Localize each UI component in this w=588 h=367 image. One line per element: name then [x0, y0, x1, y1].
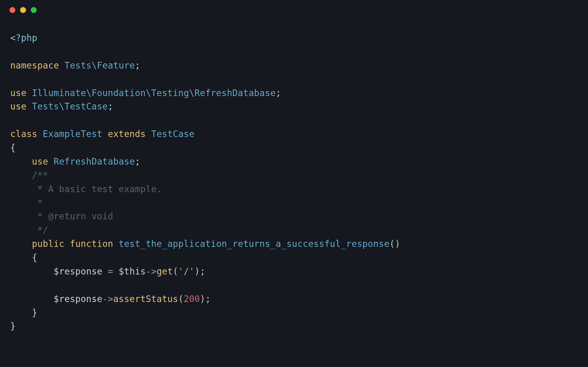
paren-close: ): [194, 266, 200, 276]
code-editor[interactable]: <?php namespace Tests\Feature; use Illum…: [0, 17, 588, 333]
method-get: get: [156, 266, 173, 276]
use-import-1: Illuminate\Foundation\Testing\RefreshDat…: [32, 88, 276, 98]
keyword-use: use: [10, 101, 26, 111]
class-name: ExampleTest: [43, 129, 102, 139]
string-root-path: '/': [178, 266, 194, 276]
keyword-class: class: [10, 129, 37, 139]
maximize-icon[interactable]: [31, 7, 37, 13]
code-window: <?php namespace Tests\Feature; use Illum…: [0, 0, 588, 367]
window-titlebar: [0, 0, 588, 17]
keyword-function: function: [70, 239, 113, 249]
function-name: test_the_application_returns_a_successfu…: [119, 239, 389, 249]
paren-open: (: [173, 266, 178, 276]
docblock-line: */: [32, 225, 48, 235]
arrow-operator: ->: [146, 266, 157, 276]
fn-parens: (): [389, 239, 400, 249]
minimize-icon[interactable]: [20, 7, 26, 13]
keyword-public: public: [32, 239, 64, 249]
number-200: 200: [184, 294, 200, 304]
brace-close: }: [10, 321, 16, 331]
trait-name: RefreshDatabase: [54, 156, 135, 167]
variable-this: $this: [119, 266, 146, 276]
keyword-namespace: namespace: [10, 60, 59, 70]
semicolon: ;: [135, 60, 140, 70]
docblock-line: *: [32, 198, 43, 208]
docblock-line: * A basic test example.: [32, 184, 162, 194]
assign-operator: =: [108, 266, 113, 276]
semicolon: ;: [108, 101, 113, 111]
variable-response: $response: [54, 266, 102, 276]
namespace-path: Tests\Feature: [64, 60, 135, 70]
variable-response: $response: [54, 294, 102, 304]
keyword-use-inner: use: [32, 156, 48, 167]
brace-open: {: [10, 143, 16, 153]
keyword-use: use: [10, 88, 26, 98]
paren-close: ): [200, 294, 205, 304]
semicolon: ;: [276, 88, 281, 98]
semicolon: ;: [135, 156, 140, 167]
method-assertstatus: assertStatus: [113, 294, 178, 304]
extends-name: TestCase: [151, 129, 194, 139]
docblock-line: * @return void: [32, 211, 113, 221]
arrow-operator: ->: [102, 294, 114, 304]
brace-open: {: [32, 252, 37, 263]
use-import-2: Tests\TestCase: [32, 101, 108, 111]
docblock-line: /**: [32, 170, 48, 180]
close-icon[interactable]: [9, 7, 15, 13]
paren-open: (: [178, 294, 184, 304]
brace-close: }: [32, 308, 37, 318]
php-open-tag: <?php: [10, 33, 37, 43]
semicolon: ;: [200, 266, 205, 276]
keyword-extends: extends: [108, 129, 145, 139]
semicolon: ;: [205, 294, 211, 304]
